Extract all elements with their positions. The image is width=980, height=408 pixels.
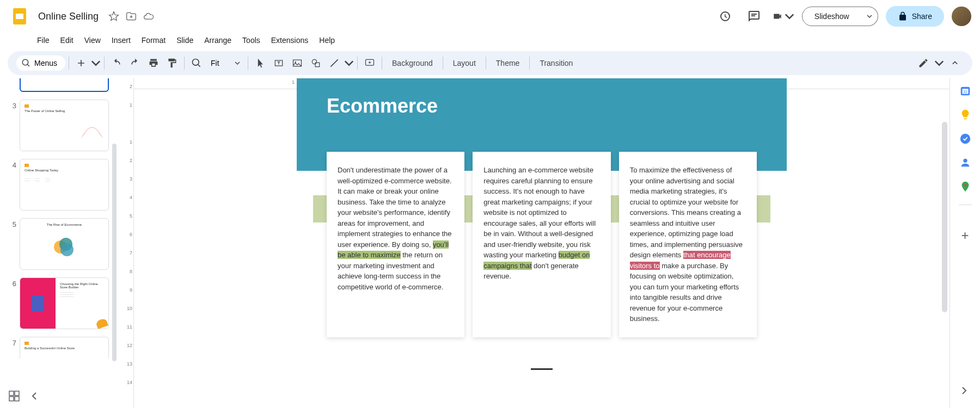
separator <box>69 57 69 70</box>
slide-thumb-wrap <box>5 78 112 92</box>
menu-help[interactable]: Help <box>314 34 340 47</box>
maps-icon[interactable] <box>959 181 971 193</box>
collapse-toolbar-button[interactable] <box>946 54 964 72</box>
card-text[interactable]: Launching an e-commerce website requires… <box>483 165 599 282</box>
avatar[interactable] <box>952 7 971 26</box>
star-icon[interactable] <box>108 11 119 22</box>
slide-number: 5 <box>5 218 16 228</box>
menu-format[interactable]: Format <box>136 34 171 47</box>
layout-button[interactable]: Layout <box>446 55 482 71</box>
svg-point-2 <box>22 59 28 65</box>
line-tool[interactable] <box>326 54 343 72</box>
main-area: 3 The Power of Online Selling 4 Online S… <box>0 78 980 408</box>
svg-rect-22 <box>15 397 19 401</box>
header-right: Slideshow Share <box>714 5 971 27</box>
slide-number: 7 <box>5 337 16 347</box>
slideshow-group: Slideshow <box>802 7 878 26</box>
slide-thumbnail[interactable]: The Power of Online Selling <box>20 100 109 151</box>
content-card-3[interactable]: To maximize the effectiveness of your on… <box>619 152 757 337</box>
paint-format-button[interactable] <box>163 54 181 72</box>
separator <box>443 57 443 70</box>
card-text[interactable]: To maximize the effectiveness of your on… <box>630 165 746 324</box>
separator <box>486 57 486 70</box>
svg-rect-19 <box>9 391 14 395</box>
menus-button[interactable]: Menus <box>16 55 65 71</box>
history-button[interactable] <box>714 5 736 27</box>
slide[interactable]: Ecommerce Don't underestimate the power … <box>297 89 787 408</box>
doc-title[interactable]: Online Selling <box>35 10 102 23</box>
cards-row: Don't underestimate the power of a well-… <box>327 152 757 337</box>
filmstrip[interactable]: 3 The Power of Online Selling 4 Online S… <box>0 78 118 408</box>
canvas-scrollbar[interactable] <box>942 122 947 312</box>
doc-title-row: Online Selling <box>35 10 714 23</box>
slide-thumbnail[interactable]: Building a Successful Online Store <box>20 337 109 358</box>
select-tool[interactable] <box>252 54 269 72</box>
addons-button[interactable]: + <box>961 228 969 243</box>
svg-point-18 <box>964 184 966 187</box>
comments-button[interactable] <box>743 5 765 27</box>
new-slide-dropdown[interactable] <box>91 54 101 72</box>
menu-extensions[interactable]: Extensions <box>266 34 314 47</box>
slide-thumbnail[interactable]: The Rise of Ecommerce <box>20 218 109 270</box>
slideshow-dropdown-button[interactable] <box>861 7 878 26</box>
menu-insert[interactable]: Insert <box>106 34 136 47</box>
menu-edit[interactable]: Edit <box>55 34 79 47</box>
separator <box>248 57 248 70</box>
menu-tools[interactable]: Tools <box>237 34 266 47</box>
slide-canvas[interactable]: Ecommerce Don't underestimate the power … <box>134 89 950 408</box>
calendar-icon[interactable]: 31 <box>959 85 971 97</box>
content-card-2[interactable]: Launching an e-commerce website requires… <box>473 152 610 337</box>
contacts-icon[interactable] <box>959 157 971 169</box>
meet-button[interactable] <box>773 5 794 27</box>
slide-number: 3 <box>5 100 16 110</box>
slide-footer-decoration <box>531 368 553 370</box>
new-slide-button[interactable] <box>72 54 90 72</box>
textbox-tool[interactable] <box>270 54 287 72</box>
print-button[interactable] <box>145 54 162 72</box>
zoom-select[interactable]: Fit <box>206 57 244 70</box>
undo-button[interactable] <box>108 54 125 72</box>
transition-button[interactable]: Transition <box>533 55 579 71</box>
content-card-1[interactable]: Don't underestimate the power of a well-… <box>327 152 464 337</box>
separator <box>357 57 358 70</box>
menu-slide[interactable]: Slide <box>171 34 199 47</box>
canvas-area: 2 1 1 2 3 4 5 6 7 8 9 10 11 12 13 14 1 <box>118 78 950 408</box>
svg-rect-21 <box>9 397 14 401</box>
ruler-vertical[interactable]: 2 1 1 2 3 4 5 6 7 8 9 10 11 12 13 14 <box>118 78 134 408</box>
image-tool[interactable] <box>289 54 306 72</box>
slides-logo[interactable] <box>9 5 30 27</box>
shape-tool[interactable] <box>307 54 324 72</box>
slide-thumbnail[interactable]: Choosing the Right Online Store Builder•… <box>20 277 109 329</box>
menu-file[interactable]: File <box>32 34 55 47</box>
move-icon[interactable] <box>126 11 137 22</box>
card-text[interactable]: Don't underestimate the power of a well-… <box>338 165 454 292</box>
collapse-filmstrip-icon[interactable] <box>28 390 41 403</box>
svg-point-7 <box>312 59 316 64</box>
expand-sidepanel-icon[interactable] <box>957 384 970 397</box>
mode-dropdown[interactable] <box>934 54 944 72</box>
svg-point-16 <box>960 134 970 144</box>
comment-tool[interactable] <box>361 54 378 72</box>
menu-view[interactable]: View <box>79 34 106 47</box>
menu-arrange[interactable]: Arrange <box>199 34 237 47</box>
keep-icon[interactable] <box>959 109 971 121</box>
tasks-icon[interactable] <box>959 133 971 145</box>
slide-thumbnail[interactable] <box>20 78 109 92</box>
header: Online Selling Slideshow Share <box>0 0 980 33</box>
theme-button[interactable]: Theme <box>489 55 526 71</box>
slide-thumbnail[interactable]: Online Shopping Today —————————————————— <box>20 159 109 211</box>
line-dropdown[interactable] <box>344 54 354 72</box>
cloud-saved-icon[interactable] <box>143 11 154 22</box>
share-button[interactable]: Share <box>886 6 944 27</box>
slide-title[interactable]: Ecommerce <box>327 95 757 118</box>
slide-thumb-wrap: 4 Online Shopping Today ————————————————… <box>5 159 112 211</box>
svg-rect-20 <box>15 391 19 395</box>
mode-button[interactable] <box>915 54 932 72</box>
grid-view-icon[interactable] <box>8 390 21 403</box>
redo-button[interactable] <box>126 54 144 72</box>
filmstrip-scrollbar[interactable] <box>112 144 117 361</box>
zoom-button[interactable] <box>188 54 205 72</box>
background-button[interactable]: Background <box>385 55 439 71</box>
slideshow-button[interactable]: Slideshow <box>802 7 862 26</box>
lock-icon <box>898 11 908 21</box>
